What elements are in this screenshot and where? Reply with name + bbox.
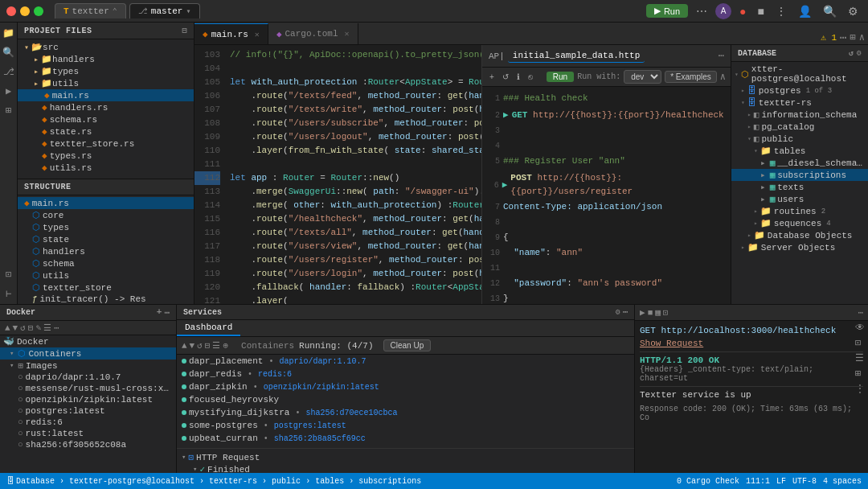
svc-link-1[interactable]: daprio/dapr:1.10.7	[279, 357, 366, 366]
docker-root-item[interactable]: 🐳 Docker	[0, 335, 176, 347]
db-sequences[interactable]: ▸ 📁 sequences 4	[731, 217, 868, 229]
tree-item-textter-store-rs[interactable]: ◆ textter_store.rs	[18, 138, 194, 150]
docker-more-icon[interactable]: ⋯	[164, 307, 170, 318]
tree-item-state-rs[interactable]: ◆ state.rs	[18, 125, 194, 138]
status-db-schema[interactable]: textter-rs	[209, 477, 257, 486]
docker-toolbar-icon7[interactable]: ⋯	[54, 323, 59, 333]
db-settings-icon[interactable]: ⚙	[857, 48, 862, 58]
response-show-request[interactable]: Show Request	[640, 339, 863, 348]
svc-toolbar-icon4[interactable]: ⊟	[205, 340, 211, 351]
activity-git[interactable]: ⎇	[2, 64, 16, 79]
tree-item-types[interactable]: ▸ 📁 types	[18, 65, 194, 77]
svc-toolbar-icon1[interactable]: ▲	[182, 341, 187, 351]
toolbar-search-button[interactable]: 🔍	[820, 3, 840, 19]
show-request-link[interactable]: Show Request	[640, 339, 703, 348]
svc-toolbar-icon2[interactable]: ▼	[190, 341, 195, 351]
docker-images-group[interactable]: ▾ ⊞ Images	[0, 360, 176, 372]
activity-search[interactable]: 🔍	[2, 45, 16, 60]
db-texts[interactable]: ▸ ▦ texts	[731, 181, 868, 193]
maximize-button[interactable]	[34, 6, 43, 16]
resp-toolbar-icon1[interactable]: ▶	[640, 307, 645, 318]
docker-toolbar-icon3[interactable]: ↺	[20, 323, 26, 333]
resp-side-icon2[interactable]: ⊡	[855, 337, 865, 349]
docker-toolbar-icon4[interactable]: ⊟	[28, 323, 34, 333]
db-subscriptions[interactable]: ▸ ▦ subscriptions	[731, 169, 868, 181]
svc-focused[interactable]: focused_heyrovsky	[177, 393, 634, 406]
struct-textter-store[interactable]: ⬡ textter_store	[18, 281, 194, 294]
struct-core[interactable]: ⬡ core	[18, 209, 194, 221]
status-db-schema2[interactable]: public	[272, 477, 301, 486]
docker-img-dapr[interactable]: ○ daprio/dapr:1.10.7	[0, 372, 176, 383]
activity-files[interactable]: 📁	[2, 26, 16, 40]
docker-toolbar-icon2[interactable]: ▼	[13, 323, 18, 333]
db-postgres[interactable]: ▸ 🗄 postgres 1 of 3	[731, 84, 868, 97]
db-server-objects[interactable]: ▸ 📁 Server Objects	[731, 241, 868, 253]
activity-dock1[interactable]: ⊡	[2, 267, 16, 281]
http-run-btn[interactable]: Run	[547, 72, 574, 82]
toolbar-square-button[interactable]: ■	[755, 3, 768, 19]
resp-side-icon1[interactable]: 👁	[855, 322, 865, 334]
toolbar-more2-button[interactable]: ⋮	[772, 3, 790, 19]
tree-item-main-rs[interactable]: ◆ main.rs	[18, 89, 194, 101]
tree-item-utils-rs[interactable]: ◆ utils.rs	[18, 162, 194, 174]
services-dashboard-tab[interactable]: Dashboard	[177, 320, 240, 336]
struct-utils[interactable]: ⬡ utils	[18, 269, 194, 281]
resp-side-icon5[interactable]: ⋮	[855, 383, 865, 395]
db-tables-folder[interactable]: ▾ 📁 tables	[731, 145, 868, 157]
struct-main-rs[interactable]: ◆ main.rs	[18, 197, 194, 209]
tab-toml-close-icon[interactable]: ✕	[345, 29, 350, 39]
minimize-button[interactable]	[20, 6, 30, 16]
tab-cargo-toml[interactable]: ◆ Cargo.toml ✕	[268, 23, 358, 44]
env-select[interactable]: dev	[624, 70, 661, 84]
svc-some-postgres[interactable]: some-postgres • postgres:latest	[177, 419, 634, 432]
svc-dapr-zipkin[interactable]: dapr_zipkin • openzipkin/zipkin:latest	[177, 380, 634, 393]
svc-upbeat[interactable]: upbeat_curran • sha256:2b8a85cf69cc	[177, 432, 634, 445]
tree-item-schema-rs[interactable]: ◆ schema.rs	[18, 113, 194, 125]
clean-up-btn[interactable]: Clean Up	[383, 339, 432, 351]
close-button[interactable]	[6, 6, 16, 16]
struct-state[interactable]: ⬡ state	[18, 233, 194, 245]
status-spaces[interactable]: 4 spaces	[823, 477, 862, 486]
status-db-host[interactable]: textter-postgres@localhost	[69, 477, 194, 486]
services-gear-icon[interactable]: ⚙	[616, 307, 620, 317]
chevron-up2-icon[interactable]: ∧	[720, 71, 726, 83]
svc-link-6[interactable]: postgres:latest	[274, 421, 346, 430]
docker-add-icon[interactable]: +	[157, 307, 162, 318]
db-textter-rs[interactable]: ▾ 🗄 textter-rs	[731, 97, 868, 109]
svc-mystifying[interactable]: mystifying_dijkstra • sha256:d70ece10cbc…	[177, 406, 634, 419]
tree-item-handlers[interactable]: ▸ 📁 handlers	[18, 53, 194, 65]
svc-link-3[interactable]: openzipkin/zipkin:latest	[264, 383, 379, 392]
resp-toolbar-icon3[interactable]: ▦	[655, 307, 661, 318]
svc-link-5[interactable]: sha256:d70ece10cbca	[305, 409, 397, 417]
status-cargo-check[interactable]: 0 Cargo Check	[677, 477, 739, 486]
svc-dapr-placement[interactable]: dapr_placement • daprio/dapr:1.10.7	[177, 355, 634, 368]
docker-img-postgres[interactable]: ○ postgres:latest	[0, 405, 176, 417]
resp-toolbar-icon4[interactable]: ⊡	[663, 307, 669, 318]
resp-side-icon3[interactable]: ☰	[855, 352, 865, 364]
struct-schema[interactable]: ⬡ schema	[18, 257, 194, 269]
http-tab-active[interactable]: initial_sample_data.http	[508, 49, 645, 63]
db-public[interactable]: ▾ ◧ public	[731, 133, 868, 145]
http-share-btn[interactable]: ⎋	[526, 72, 535, 82]
run-button[interactable]: ▶ Run	[646, 4, 688, 18]
examples-btn[interactable]: * Examples	[665, 71, 717, 83]
activity-debug[interactable]: ▶	[2, 84, 16, 98]
db-database-objects[interactable]: ▸ 📁 Database Objects	[731, 229, 868, 241]
docker-toolbar-icon5[interactable]: ✎	[35, 323, 41, 333]
split-icon[interactable]: ⊞	[850, 31, 856, 43]
db-diesel-schema[interactable]: ▸ ▦ __diesel_schema_mig	[731, 157, 868, 169]
struct-handlers[interactable]: ⬡ handlers	[18, 245, 194, 257]
toolbar-person-button[interactable]: 👤	[795, 3, 815, 19]
http-sync-btn[interactable]: ↺	[500, 72, 511, 82]
services-more-icon[interactable]: ⋯	[623, 307, 628, 317]
docker-img-sha256[interactable]: ○ sha256:6f305652c08a	[0, 439, 176, 450]
docker-toolbar-icon1[interactable]: ▲	[5, 323, 10, 333]
run-arrow-1[interactable]: ▶	[503, 109, 509, 122]
tab-close-icon[interactable]: ✕	[255, 30, 260, 39]
svc-dapr-redis[interactable]: dapr_redis • redis:6	[177, 368, 634, 380]
activity-ext[interactable]: ⊞	[2, 103, 16, 117]
http-more-icon[interactable]: ⋯	[719, 50, 724, 62]
status-line-col[interactable]: 111:1	[746, 477, 770, 486]
db-routines[interactable]: ▸ 📁 routines 2	[731, 205, 868, 217]
status-db-selected[interactable]: subscriptions	[358, 477, 421, 486]
